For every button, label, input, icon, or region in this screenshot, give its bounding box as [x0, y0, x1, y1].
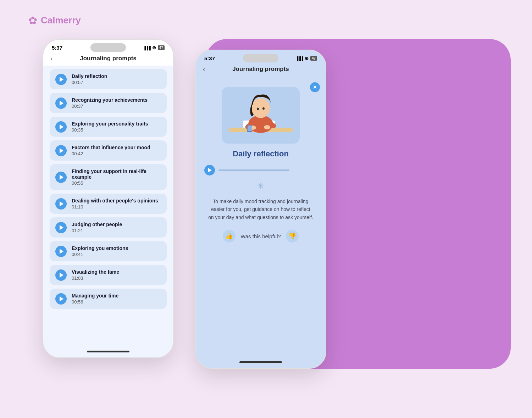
spinner-icon: ✳ — [255, 181, 266, 191]
brand-header: ✿ Calmerry — [28, 14, 81, 27]
wifi-icon-left: ⊛ — [152, 45, 156, 50]
prompt-duration-0: 00:57 — [72, 80, 107, 85]
play-button-6[interactable] — [55, 222, 67, 233]
brand-name: Calmerry — [41, 15, 81, 26]
nav-title-right: Journaling prompts — [232, 66, 289, 73]
prompt-text-7: Exploring you emotions 00:41 — [72, 245, 128, 257]
prompt-text-5: Dealing with other people's opinions 01:… — [72, 198, 158, 210]
detail-body: Daily reflection ✳ To make daily mood tr… — [196, 76, 326, 250]
thumbs-down-icon: 👎 — [288, 232, 296, 240]
signal-icon-left: ▐▐▐ — [143, 46, 150, 50]
play-icon-0 — [60, 77, 63, 82]
thumbs-up-icon: 👍 — [225, 232, 233, 240]
signal-icon-right: ▐▐▐ — [295, 56, 303, 61]
prompt-title-1: Recognizing your achievements — [72, 97, 148, 103]
audio-play-icon — [208, 168, 212, 172]
status-pill-right — [243, 54, 278, 62]
detail-illustration — [222, 87, 300, 144]
play-icon-8 — [60, 273, 63, 278]
prompt-item-2[interactable]: Exploring your personality traits 00:35 — [50, 117, 167, 137]
prompt-item-8[interactable]: Visualizing the fame 01:03 — [50, 265, 167, 285]
prompt-item-1[interactable]: Recognizing your achievements 00:37 — [50, 93, 167, 113]
play-icon-9 — [60, 296, 63, 301]
prompt-duration-5: 01:10 — [72, 204, 158, 210]
prompt-title-6: Judging other people — [72, 222, 122, 227]
status-time-left: 5:37 — [52, 45, 62, 51]
play-button-2[interactable] — [55, 121, 67, 133]
thumbs-down-button[interactable]: 👎 — [286, 230, 299, 243]
audio-progress-bar[interactable] — [218, 169, 289, 171]
prompt-duration-9: 00:56 — [72, 299, 118, 305]
nav-bar-left: ‹ Journaling prompts — [43, 52, 173, 66]
prompt-text-6: Judging other people 01:21 — [72, 222, 122, 233]
detail-title: Daily reflection — [233, 149, 289, 158]
prompt-title-0: Daily reflection — [72, 73, 107, 79]
prompt-text-1: Recognizing your achievements 00:37 — [72, 97, 148, 109]
prompt-duration-7: 00:41 — [72, 252, 128, 257]
phones-container: 5:37 ▐▐▐ ⊛ 47 ‹ Journaling prompts Daily… — [43, 39, 326, 369]
prompt-title-4: Finding your support in real-life exampl… — [72, 168, 161, 180]
prompt-item-0[interactable]: Daily reflection 00:57 — [50, 69, 167, 89]
status-icons-left: ▐▐▐ ⊛ 47 — [143, 45, 165, 50]
play-button-9[interactable] — [55, 293, 67, 305]
play-icon-5 — [60, 201, 63, 206]
helpful-feedback-row: 👍 Was this helpful? 👎 — [223, 230, 299, 243]
status-pill-left — [90, 43, 126, 52]
play-button-3[interactable] — [55, 145, 67, 156]
nav-title-left: Journaling prompts — [80, 55, 137, 62]
prompt-title-2: Exploring your personality traits — [72, 121, 148, 127]
back-button-right[interactable]: ‹ — [203, 66, 205, 73]
prompt-duration-2: 00:35 — [72, 127, 148, 133]
prompt-text-0: Daily reflection 00:57 — [72, 73, 107, 85]
nav-bar-right: ‹ Journaling prompts — [196, 63, 326, 76]
prompt-item-9[interactable]: Managing your time 00:56 — [50, 289, 167, 309]
play-icon-1 — [60, 101, 63, 106]
prompt-duration-4: 00:55 — [72, 180, 161, 186]
play-icon-7 — [60, 249, 63, 254]
play-button-7[interactable] — [55, 246, 67, 257]
play-icon-6 — [60, 225, 63, 230]
prompt-title-5: Dealing with other people's opinions — [72, 198, 158, 204]
play-icon-3 — [60, 148, 63, 153]
play-button-8[interactable] — [55, 269, 67, 281]
prompt-duration-3: 00:42 — [72, 151, 150, 156]
battery-icon-right: 47 — [310, 56, 317, 61]
close-button[interactable]: ✕ — [310, 82, 320, 92]
phone-right: 5:37 ▐▐▐ ⊛ 47 ‹ Journaling prompts ✕ — [195, 50, 326, 369]
audio-player — [204, 165, 289, 175]
play-button-1[interactable] — [55, 97, 67, 109]
status-time-right: 5:37 — [204, 55, 215, 61]
play-icon-2 — [60, 124, 63, 129]
prompt-item-6[interactable]: Judging other people 01:21 — [50, 217, 167, 238]
play-button-5[interactable] — [55, 198, 67, 210]
svg-rect-14 — [248, 126, 252, 131]
play-icon-4 — [60, 175, 63, 180]
status-bar-right: 5:37 ▐▐▐ ⊛ 47 — [196, 50, 326, 63]
battery-icon-left: 47 — [158, 45, 165, 50]
svg-point-10 — [251, 98, 270, 118]
prompt-duration-6: 01:21 — [72, 228, 122, 233]
thumbs-up-button[interactable]: 👍 — [223, 230, 235, 243]
home-indicator-right — [239, 361, 282, 363]
detail-description: To make daily mood tracking and journali… — [204, 197, 317, 221]
prompt-title-9: Managing your time — [72, 293, 118, 299]
prompt-duration-8: 01:03 — [72, 275, 119, 281]
phone-left: 5:37 ▐▐▐ ⊛ 47 ‹ Journaling prompts Daily… — [43, 39, 174, 358]
status-icons-right: ▐▐▐ ⊛ 47 — [295, 56, 317, 61]
prompt-title-3: Factors that influence your mood — [72, 145, 150, 150]
home-indicator-left — [87, 351, 129, 352]
prompt-text-2: Exploring your personality traits 00:35 — [72, 121, 148, 133]
prompt-item-4[interactable]: Finding your support in real-life exampl… — [50, 164, 167, 190]
svg-point-12 — [262, 107, 265, 110]
back-button-left[interactable]: ‹ — [50, 55, 52, 62]
audio-play-button[interactable] — [204, 165, 215, 175]
prompt-text-3: Factors that influence your mood 00:42 — [72, 145, 150, 156]
play-button-4[interactable] — [55, 172, 67, 183]
play-button-0[interactable] — [55, 74, 67, 85]
prompt-item-5[interactable]: Dealing with other people's opinions 01:… — [50, 194, 167, 214]
loading-spinner: ✳ — [255, 181, 266, 192]
prompts-list: Daily reflection 00:57 Recognizing your … — [43, 66, 173, 312]
prompt-item-7[interactable]: Exploring you emotions 00:41 — [50, 241, 167, 261]
prompt-text-4: Finding your support in real-life exampl… — [72, 168, 161, 186]
prompt-item-3[interactable]: Factors that influence your mood 00:42 — [50, 140, 167, 161]
